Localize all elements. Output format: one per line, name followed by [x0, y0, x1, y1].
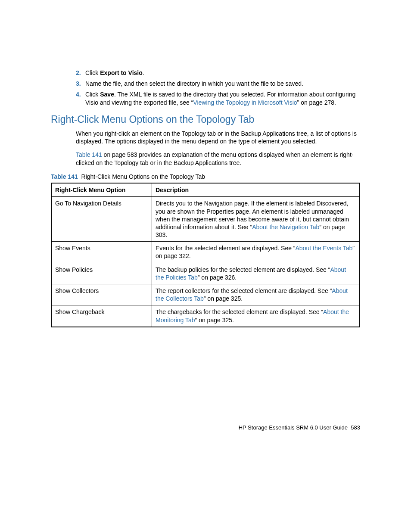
step-bold: Save — [100, 91, 114, 98]
step-text-pre: Click — [85, 69, 100, 76]
table-row: Show Events Events for the selected elem… — [51, 242, 360, 263]
link-viewing-topology[interactable]: Viewing the Topology in Microsoft Visio — [193, 99, 297, 106]
ordered-steps: 2. Click Export to Visio. 3. Name the fi… — [76, 69, 360, 107]
table-row: Show Chargeback The chargebacks for the … — [51, 305, 360, 327]
step-text-pre: Click — [85, 91, 100, 98]
table-row: Show Collectors The report collectors fo… — [51, 284, 360, 305]
cell-description: The report collectors for the selected e… — [152, 284, 360, 305]
footer-page-number: 583 — [351, 424, 360, 431]
table-number: Table 141 — [51, 173, 78, 180]
cell-option: Go To Navigation Details — [51, 197, 152, 242]
link-about-navigation[interactable]: About the Navigation Tab — [252, 224, 319, 230]
desc-pre: The report collectors for the selected e… — [156, 287, 332, 294]
footer-guide: HP Storage Essentials SRM 6.0 User Guide — [239, 424, 348, 431]
cell-option: Show Policies — [51, 263, 152, 284]
intro-paragraph-2: Table 141 on page 583 provides an explan… — [76, 151, 360, 167]
cell-option: Show Events — [51, 242, 152, 263]
link-table-141[interactable]: Table 141 — [76, 151, 102, 158]
step-text: Name the file, and then select the direc… — [85, 80, 303, 87]
cell-option: Show Collectors — [51, 284, 152, 305]
col-header-description: Description — [152, 183, 360, 197]
cell-description: Events for the selected element are disp… — [152, 242, 360, 263]
cell-description: Directs you to the Navigation page. If t… — [152, 197, 360, 242]
step-number: 3. — [76, 80, 81, 88]
desc-post: ” on page 325. — [195, 317, 234, 324]
table-title: Right-Click Menu Options on the Topology… — [81, 173, 205, 180]
step-4: 4. Click Save. The XML file is saved to … — [76, 90, 360, 107]
link-about-events[interactable]: About the Events Tab — [296, 245, 353, 252]
desc-pre: The backup policies for the selected ele… — [156, 266, 330, 273]
cell-description: The backup policies for the selected ele… — [152, 263, 360, 284]
desc-pre: Events for the selected element are disp… — [156, 245, 296, 252]
step-number: 4. — [76, 90, 81, 99]
cell-option: Show Chargeback — [51, 305, 152, 327]
intro2-rest: on page 583 provides an explanation of t… — [76, 151, 353, 166]
desc-post: ” on page 326. — [198, 274, 237, 281]
cell-description: The chargebacks for the selected element… — [152, 305, 360, 327]
step-text-post: ” on page 278. — [297, 99, 336, 106]
table-row: Show Policies The backup policies for th… — [51, 263, 360, 284]
col-header-option: Right-Click Menu Option — [51, 183, 152, 197]
desc-post: ” on page 325. — [204, 295, 243, 302]
menu-options-table: Right-Click Menu Option Description Go T… — [51, 183, 360, 327]
page-footer: HP Storage Essentials SRM 6.0 User Guide… — [239, 424, 360, 431]
step-3: 3. Name the file, and then select the di… — [76, 80, 360, 88]
step-number: 2. — [76, 69, 81, 77]
step-bold: Export to Visio — [100, 69, 143, 76]
page-content: 2. Click Export to Visio. 3. Name the fi… — [0, 0, 411, 495]
step-2: 2. Click Export to Visio. — [76, 69, 360, 77]
step-text-post: . — [143, 69, 144, 76]
desc-pre: The chargebacks for the selected element… — [156, 308, 323, 315]
table-caption: Table 141 Right-Click Menu Options on th… — [51, 173, 360, 180]
table-row: Go To Navigation Details Directs you to … — [51, 197, 360, 242]
intro-paragraph-1: When you right-click an element on the T… — [76, 130, 360, 146]
section-heading: Right-Click Menu Options on the Topology… — [51, 114, 360, 125]
